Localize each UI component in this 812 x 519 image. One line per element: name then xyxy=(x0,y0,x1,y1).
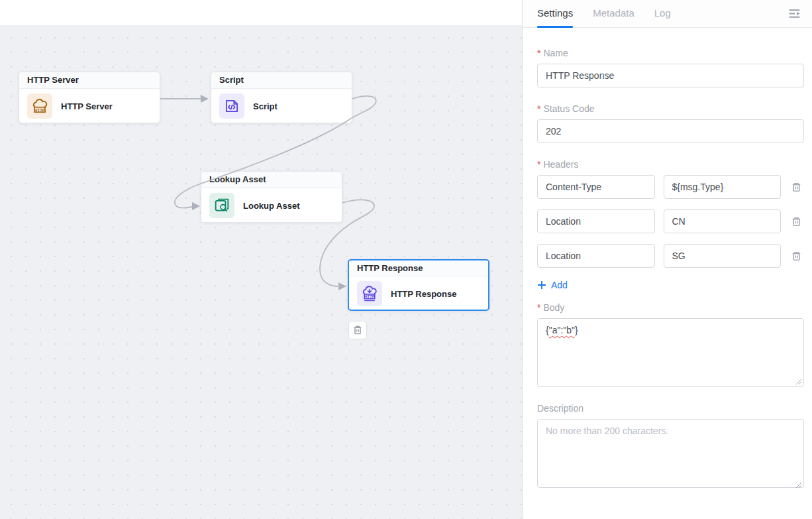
description-label: Description xyxy=(537,403,804,414)
tab-log[interactable]: Log xyxy=(654,0,671,28)
body-label: *Body xyxy=(537,302,804,313)
delete-node-button[interactable] xyxy=(348,321,367,339)
trash-icon xyxy=(352,325,363,335)
node-http-server[interactable]: HTTP Server HTTP HTTP Server xyxy=(19,72,160,123)
header-value-input[interactable] xyxy=(664,209,782,233)
plus-icon xyxy=(537,280,546,290)
header-row xyxy=(537,175,804,199)
node-label: Lookup Asset xyxy=(243,201,299,211)
node-title: Lookup Asset xyxy=(201,172,342,188)
status-code-input[interactable] xyxy=(537,119,804,143)
header-key-input[interactable] xyxy=(537,244,655,268)
resize-handle[interactable] xyxy=(795,378,802,385)
node-http-response[interactable]: HTTP Response HTTP HTTP Response xyxy=(348,259,489,311)
header-row xyxy=(537,209,804,233)
node-title: HTTP Response xyxy=(349,260,488,276)
header-key-input[interactable] xyxy=(537,209,655,233)
header-key-input[interactable] xyxy=(537,175,655,199)
node-lookup-asset[interactable]: Lookup Asset Lookup Asset xyxy=(201,171,342,223)
panel-tabbar: Settings Metadata Log xyxy=(523,0,812,28)
header-value-input[interactable] xyxy=(664,175,782,199)
tab-settings[interactable]: Settings xyxy=(537,0,573,28)
svg-text:HTTP: HTTP xyxy=(34,108,45,112)
flow-editor: HTTP Server HTTP HTTP Server Script xyxy=(0,0,812,519)
description-input[interactable] xyxy=(537,419,804,488)
add-header-button[interactable]: Add xyxy=(537,280,568,290)
panel-body: *Name *Status Code *Headers xyxy=(523,28,812,519)
trash-icon xyxy=(791,216,802,227)
http-response-icon: HTTP xyxy=(357,281,382,306)
name-label: *Name xyxy=(537,48,804,58)
header-value-input[interactable] xyxy=(664,244,782,268)
node-title: HTTP Server xyxy=(19,72,160,89)
trash-icon xyxy=(791,182,802,193)
required-marker: * xyxy=(537,103,540,114)
svg-text:HTTP: HTTP xyxy=(364,294,374,298)
headers-label: *Headers xyxy=(537,159,804,170)
node-label: HTTP Response xyxy=(391,289,456,299)
body-input[interactable]: {"a":"b"} xyxy=(537,318,804,387)
tab-metadata[interactable]: Metadata xyxy=(593,0,634,28)
node-label: Script xyxy=(253,101,278,111)
flow-canvas[interactable]: HTTP Server HTTP HTTP Server Script xyxy=(0,0,522,519)
header-row xyxy=(537,244,804,268)
delete-header-button[interactable] xyxy=(789,182,804,193)
script-icon xyxy=(219,93,244,119)
node-title: Script xyxy=(211,72,352,89)
delete-header-button[interactable] xyxy=(789,251,804,262)
name-input[interactable] xyxy=(537,64,804,87)
node-settings-panel: Settings Metadata Log *Name *Status Code xyxy=(522,0,812,519)
required-marker: * xyxy=(537,302,540,313)
http-server-icon: HTTP xyxy=(27,93,52,119)
trash-icon xyxy=(791,251,802,262)
node-script[interactable]: Script Script xyxy=(211,72,352,123)
delete-header-button[interactable] xyxy=(789,216,804,227)
node-label: HTTP Server xyxy=(61,101,113,111)
required-marker: * xyxy=(537,48,540,58)
required-marker: * xyxy=(537,159,540,170)
status-code-label: *Status Code xyxy=(537,103,804,114)
lookup-asset-icon xyxy=(209,193,234,218)
resize-handle[interactable] xyxy=(795,482,802,489)
menu-unfold-icon[interactable] xyxy=(787,7,801,21)
